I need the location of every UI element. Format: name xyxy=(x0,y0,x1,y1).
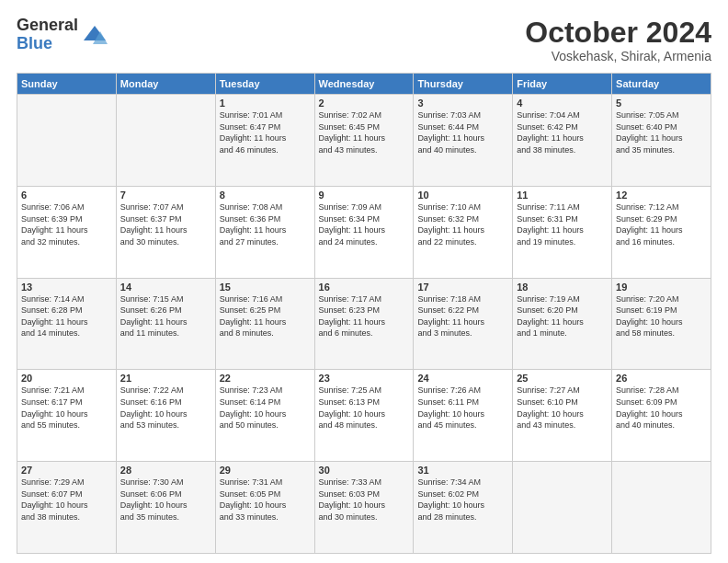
day-cell: 17Sunrise: 7:18 AM Sunset: 6:22 PM Dayli… xyxy=(414,278,513,370)
day-cell: 13Sunrise: 7:14 AM Sunset: 6:28 PM Dayli… xyxy=(17,278,117,370)
day-number: 17 xyxy=(417,282,508,293)
logo-blue: Blue xyxy=(17,34,52,52)
column-header-monday: Monday xyxy=(116,74,215,95)
week-row-2: 6Sunrise: 7:06 AM Sunset: 6:39 PM Daylig… xyxy=(17,186,711,278)
day-cell: 25Sunrise: 7:27 AM Sunset: 6:10 PM Dayli… xyxy=(513,370,612,462)
day-cell: 4Sunrise: 7:04 AM Sunset: 6:42 PM Daylig… xyxy=(513,95,612,187)
day-cell: 14Sunrise: 7:15 AM Sunset: 6:26 PM Dayli… xyxy=(116,278,215,370)
day-number: 30 xyxy=(319,465,410,476)
day-number: 26 xyxy=(616,373,707,384)
day-number: 28 xyxy=(120,465,211,476)
day-number: 21 xyxy=(120,373,211,384)
day-cell: 3Sunrise: 7:03 AM Sunset: 6:44 PM Daylig… xyxy=(414,95,513,187)
day-number: 9 xyxy=(319,190,410,201)
calendar-table: SundayMondayTuesdayWednesdayThursdayFrid… xyxy=(17,73,711,554)
day-cell: 20Sunrise: 7:21 AM Sunset: 6:17 PM Dayli… xyxy=(17,370,117,462)
title-block: October 2024 Voskehask, Shirak, Armenia xyxy=(525,17,711,63)
week-row-3: 13Sunrise: 7:14 AM Sunset: 6:28 PM Dayli… xyxy=(17,278,711,370)
day-number: 13 xyxy=(21,282,112,293)
page: General Blue October 2024 Voskehask, Shi… xyxy=(0,0,728,563)
day-cell: 26Sunrise: 7:28 AM Sunset: 6:09 PM Dayli… xyxy=(612,370,711,462)
day-cell: 31Sunrise: 7:34 AM Sunset: 6:02 PM Dayli… xyxy=(414,462,513,554)
logo-general: General xyxy=(17,16,78,34)
day-cell: 21Sunrise: 7:22 AM Sunset: 6:16 PM Dayli… xyxy=(116,370,215,462)
day-cell: 11Sunrise: 7:11 AM Sunset: 6:31 PM Dayli… xyxy=(513,186,612,278)
day-detail: Sunrise: 7:18 AM Sunset: 6:22 PM Dayligh… xyxy=(417,293,508,339)
day-number: 24 xyxy=(417,373,508,384)
column-header-saturday: Saturday xyxy=(612,74,711,95)
day-detail: Sunrise: 7:33 AM Sunset: 6:03 PM Dayligh… xyxy=(319,477,410,523)
day-number: 14 xyxy=(120,282,211,293)
day-cell xyxy=(513,462,612,554)
day-number: 27 xyxy=(21,465,112,476)
column-header-friday: Friday xyxy=(513,74,612,95)
day-detail: Sunrise: 7:34 AM Sunset: 6:02 PM Dayligh… xyxy=(417,477,508,523)
day-cell: 19Sunrise: 7:20 AM Sunset: 6:19 PM Dayli… xyxy=(612,278,711,370)
day-detail: Sunrise: 7:16 AM Sunset: 6:25 PM Dayligh… xyxy=(220,293,311,339)
day-number: 6 xyxy=(21,190,112,201)
week-row-4: 20Sunrise: 7:21 AM Sunset: 6:17 PM Dayli… xyxy=(17,370,711,462)
day-number: 31 xyxy=(417,465,508,476)
day-number: 22 xyxy=(220,373,311,384)
day-detail: Sunrise: 7:17 AM Sunset: 6:23 PM Dayligh… xyxy=(319,293,410,339)
day-detail: Sunrise: 7:21 AM Sunset: 6:17 PM Dayligh… xyxy=(21,385,112,431)
day-detail: Sunrise: 7:22 AM Sunset: 6:16 PM Dayligh… xyxy=(120,385,211,431)
day-cell: 12Sunrise: 7:12 AM Sunset: 6:29 PM Dayli… xyxy=(612,186,711,278)
column-header-wednesday: Wednesday xyxy=(314,74,414,95)
day-detail: Sunrise: 7:07 AM Sunset: 6:37 PM Dayligh… xyxy=(120,201,211,247)
day-cell xyxy=(612,462,711,554)
day-cell: 1Sunrise: 7:01 AM Sunset: 6:47 PM Daylig… xyxy=(215,95,314,187)
day-number: 20 xyxy=(21,373,112,384)
day-number: 15 xyxy=(220,282,311,293)
day-detail: Sunrise: 7:10 AM Sunset: 6:32 PM Dayligh… xyxy=(417,201,508,247)
column-header-sunday: Sunday xyxy=(17,74,117,95)
day-number: 19 xyxy=(616,282,707,293)
day-detail: Sunrise: 7:09 AM Sunset: 6:34 PM Dayligh… xyxy=(319,201,410,247)
day-cell: 24Sunrise: 7:26 AM Sunset: 6:11 PM Dayli… xyxy=(414,370,513,462)
day-detail: Sunrise: 7:11 AM Sunset: 6:31 PM Dayligh… xyxy=(517,201,608,247)
column-header-thursday: Thursday xyxy=(414,74,513,95)
month-title: October 2024 xyxy=(525,17,711,49)
day-cell: 15Sunrise: 7:16 AM Sunset: 6:25 PM Dayli… xyxy=(215,278,314,370)
day-cell xyxy=(17,95,117,187)
day-cell: 8Sunrise: 7:08 AM Sunset: 6:36 PM Daylig… xyxy=(215,186,314,278)
day-number: 2 xyxy=(319,98,410,109)
day-detail: Sunrise: 7:02 AM Sunset: 6:45 PM Dayligh… xyxy=(319,109,410,155)
day-number: 7 xyxy=(120,190,211,201)
day-number: 25 xyxy=(517,373,608,384)
day-number: 5 xyxy=(616,98,707,109)
day-number: 8 xyxy=(220,190,311,201)
day-detail: Sunrise: 7:26 AM Sunset: 6:11 PM Dayligh… xyxy=(417,385,508,431)
day-detail: Sunrise: 7:23 AM Sunset: 6:14 PM Dayligh… xyxy=(220,385,311,431)
day-number: 3 xyxy=(417,98,508,109)
header-row: SundayMondayTuesdayWednesdayThursdayFrid… xyxy=(17,74,711,95)
day-cell xyxy=(116,95,215,187)
day-detail: Sunrise: 7:30 AM Sunset: 6:06 PM Dayligh… xyxy=(120,477,211,523)
day-cell: 22Sunrise: 7:23 AM Sunset: 6:14 PM Dayli… xyxy=(215,370,314,462)
day-cell: 9Sunrise: 7:09 AM Sunset: 6:34 PM Daylig… xyxy=(314,186,414,278)
day-cell: 30Sunrise: 7:33 AM Sunset: 6:03 PM Dayli… xyxy=(314,462,414,554)
day-detail: Sunrise: 7:27 AM Sunset: 6:10 PM Dayligh… xyxy=(517,385,608,431)
day-cell: 10Sunrise: 7:10 AM Sunset: 6:32 PM Dayli… xyxy=(414,186,513,278)
column-header-tuesday: Tuesday xyxy=(215,74,314,95)
day-cell: 29Sunrise: 7:31 AM Sunset: 6:05 PM Dayli… xyxy=(215,462,314,554)
day-number: 23 xyxy=(319,373,410,384)
day-number: 29 xyxy=(220,465,311,476)
day-detail: Sunrise: 7:25 AM Sunset: 6:13 PM Dayligh… xyxy=(319,385,410,431)
week-row-1: 1Sunrise: 7:01 AM Sunset: 6:47 PM Daylig… xyxy=(17,95,711,187)
day-number: 11 xyxy=(517,190,608,201)
header: General Blue October 2024 Voskehask, Shi… xyxy=(17,17,711,63)
day-detail: Sunrise: 7:19 AM Sunset: 6:20 PM Dayligh… xyxy=(517,293,608,339)
day-cell: 28Sunrise: 7:30 AM Sunset: 6:06 PM Dayli… xyxy=(116,462,215,554)
day-cell: 7Sunrise: 7:07 AM Sunset: 6:37 PM Daylig… xyxy=(116,186,215,278)
day-detail: Sunrise: 7:31 AM Sunset: 6:05 PM Dayligh… xyxy=(220,477,311,523)
day-detail: Sunrise: 7:28 AM Sunset: 6:09 PM Dayligh… xyxy=(616,385,707,431)
day-number: 18 xyxy=(517,282,608,293)
day-cell: 23Sunrise: 7:25 AM Sunset: 6:13 PM Dayli… xyxy=(314,370,414,462)
day-detail: Sunrise: 7:05 AM Sunset: 6:40 PM Dayligh… xyxy=(616,109,707,155)
day-detail: Sunrise: 7:06 AM Sunset: 6:39 PM Dayligh… xyxy=(21,201,112,247)
day-detail: Sunrise: 7:01 AM Sunset: 6:47 PM Dayligh… xyxy=(220,109,311,155)
location: Voskehask, Shirak, Armenia xyxy=(525,49,711,63)
day-cell: 27Sunrise: 7:29 AM Sunset: 6:07 PM Dayli… xyxy=(17,462,117,554)
day-detail: Sunrise: 7:29 AM Sunset: 6:07 PM Dayligh… xyxy=(21,477,112,523)
